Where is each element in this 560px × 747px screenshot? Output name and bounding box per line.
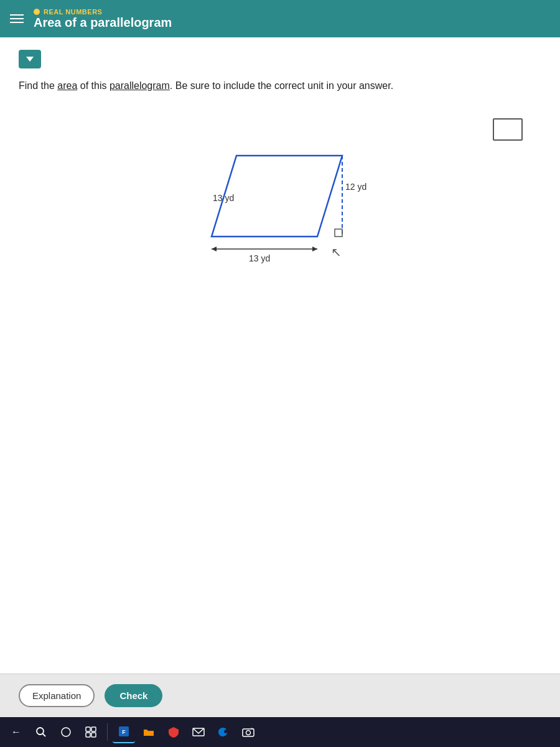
svg-text:12 yd: 12 yd: [345, 182, 366, 192]
parallelogram-word: parallelogram: [110, 80, 170, 91]
svg-text:↖: ↖: [331, 245, 342, 259]
svg-text:F: F: [122, 729, 126, 735]
svg-rect-16: [91, 733, 96, 737]
explanation-button[interactable]: Explanation: [19, 684, 95, 707]
taskbar-separator-1: [107, 723, 108, 741]
text-of-this: of this: [77, 80, 110, 91]
hamburger-menu[interactable]: [10, 14, 24, 23]
chevron-down-icon: [26, 57, 34, 62]
taskbar-mail[interactable]: [187, 721, 210, 743]
taskbar-back[interactable]: ←: [5, 721, 27, 743]
action-bar: Explanation Check: [0, 674, 560, 717]
svg-rect-14: [91, 727, 96, 731]
taskbar-search[interactable]: [30, 721, 52, 743]
problem-statement: Find the area of this parallelogram. Be …: [19, 78, 541, 93]
status-circle-icon: [34, 9, 40, 15]
main-content: Find the area of this parallelogram. Be …: [0, 37, 560, 717]
header-subtitle: REAL NUMBERS: [34, 8, 172, 16]
check-button[interactable]: Check: [105, 684, 162, 707]
text-instruction: . Be sure to include the correct unit in…: [170, 80, 393, 91]
taskbar-start[interactable]: [55, 721, 77, 743]
svg-text:13 yd: 13 yd: [249, 253, 270, 263]
svg-point-12: [62, 728, 70, 736]
taskbar-browser-active[interactable]: F: [113, 721, 135, 743]
header-title: Area of a parallelogram: [34, 16, 172, 30]
header-text-block: REAL NUMBERS Area of a parallelogram: [34, 8, 172, 30]
taskbar-folder[interactable]: [138, 721, 160, 743]
answer-input-container: [493, 118, 523, 141]
svg-line-11: [43, 734, 46, 737]
svg-point-10: [37, 728, 44, 735]
text-find: Find the: [19, 80, 57, 91]
diagram-area: 13 yd 12 yd 13 yd ↖: [19, 112, 541, 286]
app-header: REAL NUMBERS Area of a parallelogram: [0, 0, 560, 37]
taskbar-edge[interactable]: [212, 721, 235, 743]
answer-input[interactable]: [493, 118, 523, 141]
svg-point-21: [246, 731, 251, 735]
taskbar-security[interactable]: [162, 721, 185, 743]
taskbar-camera[interactable]: [237, 721, 259, 743]
header-subtitle-text: REAL NUMBERS: [44, 8, 102, 16]
svg-marker-5: [312, 247, 317, 251]
windows-taskbar: ← F: [0, 717, 560, 747]
svg-text:13 yd: 13 yd: [213, 193, 234, 203]
svg-rect-15: [86, 733, 90, 737]
parallelogram-diagram: 13 yd 12 yd 13 yd ↖: [174, 112, 386, 274]
svg-marker-4: [212, 247, 217, 251]
taskbar-widgets[interactable]: [80, 721, 102, 743]
svg-rect-2: [335, 229, 342, 237]
area-word: area: [57, 80, 77, 91]
svg-rect-13: [86, 727, 90, 731]
dropdown-button[interactable]: [19, 50, 41, 68]
